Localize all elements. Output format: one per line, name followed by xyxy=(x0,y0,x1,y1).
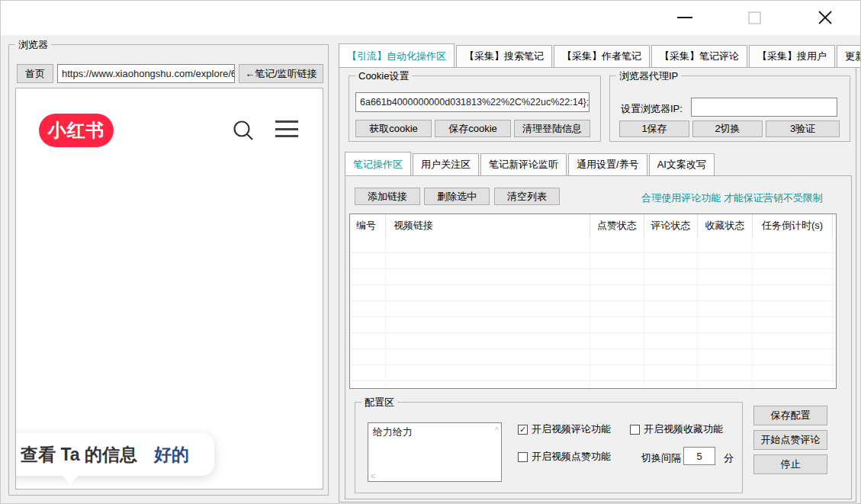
table-row xyxy=(350,349,836,365)
maximize-button[interactable] xyxy=(737,5,771,30)
browser-viewport: 小红书 查看 Ta 的信息 好的 xyxy=(15,88,323,490)
config-group: 配置区 给力给力 ^ < 开启视频评论功能 开启视频收藏功能 开启视频点赞功能 xyxy=(355,402,743,493)
close-icon xyxy=(817,9,834,26)
col-header-comment-status: 评论状态 xyxy=(644,214,698,237)
cookie-group-title: Cookie设置 xyxy=(355,69,412,83)
checkbox-label: 开启视频收藏功能 xyxy=(644,422,723,436)
table-row xyxy=(350,381,836,389)
app-window: 浏览器 首页 https://www.xiaohongshu.com/explo… xyxy=(0,0,861,504)
start-like-comment-button[interactable]: 开始点赞评论 xyxy=(753,430,827,450)
tab-update[interactable]: 更新 xyxy=(837,45,861,68)
table-row xyxy=(350,237,836,253)
maximize-icon xyxy=(748,11,761,24)
home-button[interactable]: 首页 xyxy=(17,64,53,83)
col-header-video-link: 视频链接 xyxy=(386,214,590,237)
minimize-icon xyxy=(677,17,692,18)
scroll-left-icon[interactable]: < xyxy=(371,471,375,480)
add-link-button[interactable]: 添加链接 xyxy=(355,188,420,205)
col-header-like-status: 点赞状态 xyxy=(590,214,644,237)
usage-notice: 合理使用评论功能 才能保证营销不受限制 xyxy=(622,191,843,205)
table-row xyxy=(350,269,836,285)
video-table[interactable]: 编号 视频链接 点赞状态 评论状态 收藏状态 任务倒计时(s) xyxy=(349,213,837,389)
proxy-group-title: 浏览器代理IP xyxy=(616,69,681,83)
proxy-ip-label: 设置浏览器IP: xyxy=(621,102,683,116)
get-cookie-button[interactable]: 获取cookie xyxy=(355,120,432,137)
sub-tabstrip: 笔记操作区 用户关注区 笔记新评论监听 通用设置/养号 AI文案改写 xyxy=(345,156,716,176)
browser-group: 浏览器 首页 https://www.xiaohongshu.com/explo… xyxy=(8,44,329,496)
proxy-save-button[interactable]: 1保存 xyxy=(619,120,689,137)
minimize-button[interactable] xyxy=(668,5,702,30)
tab-auto-operate[interactable]: 【引流】自动化操作区 xyxy=(339,43,455,68)
subtab-new-comment-listen[interactable]: 笔记新评论监听 xyxy=(480,153,567,176)
clear-login-button[interactable]: 清理登陆信息 xyxy=(514,120,590,137)
title-bar xyxy=(1,1,860,35)
subtab-note-operate[interactable]: 笔记操作区 xyxy=(345,152,411,176)
note-listen-link-button[interactable]: ←笔记/监听链接 xyxy=(239,64,323,83)
sub-tabpage: 添加链接 删除选中 清空列表 合理使用评论功能 才能保证营销不受限制 编号 视频… xyxy=(345,175,852,499)
subtab-user-follow[interactable]: 用户关注区 xyxy=(413,153,479,176)
col-header-countdown: 任务倒计时(s) xyxy=(753,214,833,237)
table-row xyxy=(350,301,836,317)
config-group-title: 配置区 xyxy=(361,396,397,409)
checkbox-icon xyxy=(518,425,528,435)
stop-button[interactable]: 停止 xyxy=(753,454,827,474)
proxy-switch-button[interactable]: 2切换 xyxy=(692,120,763,137)
tab-search-notes[interactable]: 【采集】搜索笔记 xyxy=(456,45,552,68)
scroll-up-icon[interactable]: ^ xyxy=(495,425,499,435)
cookie-group: Cookie设置 6a661b4000000000d031813%22%2C%2… xyxy=(349,75,601,142)
proxy-ip-input[interactable] xyxy=(691,98,837,117)
cookie-input[interactable]: 6a661b4000000000d031813%22%2C%22uc%22:14… xyxy=(355,92,590,112)
subtab-ai-rewrite[interactable]: AI文案改写 xyxy=(649,153,715,176)
close-button[interactable] xyxy=(808,5,842,30)
proxy-verify-button[interactable]: 3验证 xyxy=(766,120,840,137)
checkbox-label: 开启视频点赞功能 xyxy=(532,450,611,464)
main-tabstrip: 【引流】自动化操作区 【采集】搜索笔记 【采集】作者笔记 【采集】笔记评论 【采… xyxy=(339,47,861,68)
checkbox-icon xyxy=(630,425,640,435)
interval-unit: 分 xyxy=(724,451,734,465)
table-row xyxy=(350,285,836,301)
save-cookie-button[interactable]: 保存cookie xyxy=(435,120,511,137)
checkbox-video-like[interactable]: 开启视频点赞功能 xyxy=(518,450,611,464)
tab-author-notes[interactable]: 【采集】作者笔记 xyxy=(554,45,650,68)
col-header-favorite-status: 收藏状态 xyxy=(698,214,753,237)
interval-label: 切换间隔 xyxy=(641,451,681,465)
comment-textarea[interactable]: 给力给力 ^ < xyxy=(368,422,502,482)
checkbox-icon xyxy=(518,452,528,462)
clear-list-button[interactable]: 清空列表 xyxy=(494,188,560,205)
tab-note-comments[interactable]: 【采集】笔记评论 xyxy=(651,45,747,68)
bubble-tail xyxy=(60,474,80,484)
subtab-general-settings[interactable]: 通用设置/养号 xyxy=(568,153,647,176)
table-row xyxy=(350,333,836,349)
table-row xyxy=(350,317,836,333)
main-tabpage: Cookie设置 6a661b4000000000d031813%22%2C%2… xyxy=(339,67,856,502)
checkbox-label: 开启视频评论功能 xyxy=(532,422,611,436)
table-header-row: 编号 视频链接 点赞状态 评论状态 收藏状态 任务倒计时(s) xyxy=(350,214,836,237)
interval-input[interactable]: 5 xyxy=(683,447,715,465)
delete-selected-button[interactable]: 删除选中 xyxy=(424,188,490,205)
checkbox-video-favorite[interactable]: 开启视频收藏功能 xyxy=(630,422,723,436)
save-config-button[interactable]: 保存配置 xyxy=(753,406,827,425)
tab-search-users[interactable]: 【采集】搜用户 xyxy=(749,45,835,68)
comment-text: 给力给力 xyxy=(373,426,413,438)
bubble-ok-action[interactable]: 好的 xyxy=(154,443,189,467)
bubble-text: 查看 Ta 的信息 xyxy=(21,443,137,467)
col-header-index: 编号 xyxy=(350,214,386,237)
browser-group-title: 浏览器 xyxy=(15,38,51,52)
xiaohongshu-logo[interactable]: 小红书 xyxy=(39,114,114,147)
proxy-group: 浏览器代理IP 设置浏览器IP: 1保存 2切换 3验证 xyxy=(609,75,850,142)
table-row xyxy=(350,365,836,381)
menu-icon[interactable] xyxy=(275,120,298,137)
info-bubble: 查看 Ta 的信息 好的 xyxy=(15,433,214,476)
table-row xyxy=(350,253,836,269)
url-input[interactable]: https://www.xiaohongshu.com/explore/6 xyxy=(57,64,235,83)
checkbox-video-comment[interactable]: 开启视频评论功能 xyxy=(518,422,611,436)
search-icon[interactable] xyxy=(232,119,255,145)
